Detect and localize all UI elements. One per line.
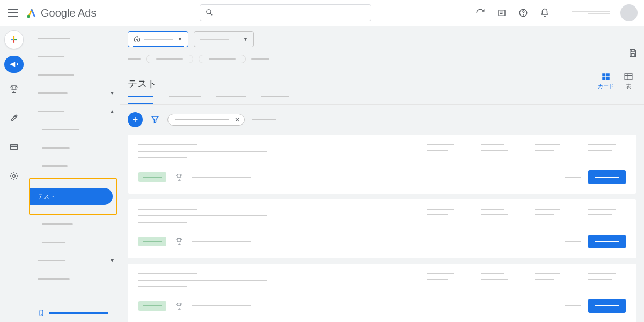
chevron-down-icon: ▾ xyxy=(111,89,114,97)
trophy-icon xyxy=(175,173,184,181)
rail-billing[interactable] xyxy=(4,138,24,156)
sidebar-item-label: テスト xyxy=(38,193,55,201)
sidebar-item-tests[interactable]: テスト xyxy=(30,188,113,205)
svg-point-1 xyxy=(207,9,211,13)
trophy-icon xyxy=(175,302,184,310)
avatar[interactable] xyxy=(620,4,638,21)
create-button[interactable] xyxy=(4,30,24,49)
add-button[interactable]: + xyxy=(128,112,143,127)
crumb-pill[interactable] xyxy=(199,55,246,63)
view-table-label: 表 xyxy=(626,83,631,90)
status-badge xyxy=(138,301,166,311)
sidebar-subitem[interactable] xyxy=(28,218,120,230)
sidebar-highlight: テスト xyxy=(29,178,117,215)
caret-down-icon: ▼ xyxy=(178,36,182,42)
tab[interactable] xyxy=(261,96,289,104)
filter-chip[interactable]: ✕ xyxy=(167,114,245,126)
svg-rect-3 xyxy=(499,10,505,16)
sidebar-nav: ▾ ▴ テスト ▾ xyxy=(28,26,120,322)
sidebar-footer[interactable] xyxy=(38,309,108,317)
device-icon xyxy=(38,309,45,317)
sidebar-subitem[interactable] xyxy=(28,160,120,172)
icon-rail xyxy=(0,26,28,322)
crumb[interactable] xyxy=(128,58,141,60)
help-icon[interactable] xyxy=(518,8,529,18)
sidebar-item[interactable] xyxy=(28,32,120,44)
svg-rect-12 xyxy=(10,145,18,150)
svg-rect-18 xyxy=(631,54,634,57)
chevron-down-icon: ▾ xyxy=(111,257,114,264)
crumb-pill[interactable] xyxy=(146,55,193,63)
divider xyxy=(561,6,561,19)
rail-admin[interactable] xyxy=(4,167,24,185)
svg-rect-19 xyxy=(602,73,605,76)
sidebar-subitem[interactable] xyxy=(28,142,120,153)
sidebar-item-expandable[interactable]: ▾ xyxy=(28,87,120,99)
svg-rect-17 xyxy=(631,49,634,52)
card-list xyxy=(120,135,644,322)
product-name: Google Ads xyxy=(41,7,96,19)
app-header: Google Ads xyxy=(0,0,644,26)
view-card-button[interactable]: カード xyxy=(598,72,614,90)
view-card-label: カード xyxy=(598,83,614,90)
sidebar-subitem[interactable] xyxy=(28,236,120,248)
svg-point-7 xyxy=(523,14,524,15)
logo-mark-icon xyxy=(26,7,38,19)
card-primary-button[interactable] xyxy=(588,170,626,184)
tabs xyxy=(120,90,644,105)
search-input[interactable] xyxy=(217,9,365,17)
home-icon xyxy=(134,35,140,43)
reports-icon[interactable] xyxy=(496,8,507,18)
experiment-card[interactable] xyxy=(128,135,636,194)
rail-tools[interactable] xyxy=(4,109,24,127)
status-badge xyxy=(138,172,166,182)
svg-rect-23 xyxy=(625,74,632,80)
view-table-button[interactable]: 表 xyxy=(624,72,633,90)
filter-icon[interactable] xyxy=(150,115,160,125)
campaign-selector[interactable]: ▼ xyxy=(194,31,254,47)
account-label xyxy=(572,11,610,14)
tab[interactable] xyxy=(216,96,246,104)
sidebar-item-expanded[interactable]: ▴ xyxy=(28,105,120,117)
sidebar-item[interactable] xyxy=(28,273,120,284)
sidebar-item[interactable] xyxy=(28,50,120,62)
svg-rect-22 xyxy=(606,77,610,80)
menu-icon[interactable] xyxy=(6,6,19,19)
footer-label xyxy=(49,312,108,314)
sidebar-item[interactable] xyxy=(28,69,120,80)
crumb[interactable] xyxy=(251,58,269,60)
tab[interactable] xyxy=(169,96,201,104)
sidebar-subitem[interactable] xyxy=(28,123,120,135)
svg-line-2 xyxy=(210,13,213,15)
sidebar-item-expandable[interactable]: ▾ xyxy=(28,254,120,266)
filter-text xyxy=(252,119,276,120)
search-icon xyxy=(206,9,213,18)
experiment-card[interactable] xyxy=(128,199,636,258)
chevron-up-icon: ▴ xyxy=(111,107,114,115)
account-selector[interactable]: ▼ xyxy=(128,31,188,47)
card-primary-button[interactable] xyxy=(588,299,626,313)
svg-rect-20 xyxy=(606,73,610,76)
svg-point-14 xyxy=(13,175,16,178)
save-icon[interactable] xyxy=(628,48,638,60)
trophy-icon xyxy=(175,237,184,246)
close-icon[interactable]: ✕ xyxy=(235,116,240,123)
experiment-card[interactable] xyxy=(128,264,636,322)
rail-campaigns[interactable] xyxy=(4,56,24,73)
refresh-icon[interactable] xyxy=(475,8,486,18)
notifications-icon[interactable] xyxy=(539,8,550,18)
status-badge xyxy=(138,237,166,246)
filter-bar: + ✕ xyxy=(120,105,644,135)
caret-down-icon: ▼ xyxy=(243,36,248,42)
search-box[interactable] xyxy=(200,4,371,21)
svg-rect-21 xyxy=(602,77,605,80)
svg-point-0 xyxy=(27,15,30,18)
rail-goals[interactable] xyxy=(4,80,24,98)
page-title: テスト xyxy=(128,77,157,90)
card-primary-button[interactable] xyxy=(588,235,626,248)
tab[interactable] xyxy=(128,96,153,104)
main-content: ▼ ▼ テスト カード xyxy=(120,26,644,322)
product-logo[interactable]: Google Ads xyxy=(26,7,96,19)
breadcrumbs xyxy=(128,55,636,63)
